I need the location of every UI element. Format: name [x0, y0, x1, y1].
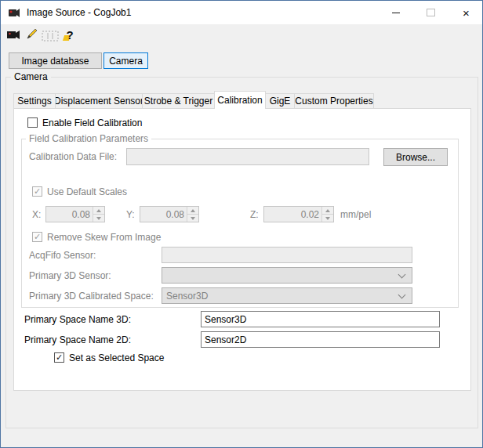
checkmark-icon: ✓ — [34, 187, 41, 196]
help-icon[interactable]: ? — [64, 27, 76, 42]
primary-space-name-3d-label: Primary Space Name 3D: — [24, 314, 131, 325]
z-scale-spin-buttons — [321, 207, 333, 222]
x-scale-input — [46, 207, 93, 222]
close-button[interactable]: × — [448, 1, 483, 24]
spin-down-icon — [93, 214, 104, 222]
help-icon-glyph: ? — [66, 28, 73, 42]
use-default-scales-checkbox: ✓ — [32, 186, 42, 197]
acqfifo-sensor-label: AcqFifo Sensor: — [29, 250, 96, 261]
tab-calibration[interactable]: Calibration — [214, 91, 266, 109]
close-icon: × — [463, 7, 470, 19]
camera-groupbox-label: Camera — [11, 71, 51, 82]
primary-3d-sensor-label: Primary 3D Sensor: — [29, 270, 111, 281]
remove-skew-label: Remove Skew From Image — [47, 232, 161, 243]
x-scale-label: X: — [32, 209, 41, 220]
enable-field-calibration-label[interactable]: Enable Field Calibration — [42, 117, 142, 128]
image-order-icon — [42, 31, 59, 42]
title-bar[interactable]: Image Source - CogJob1 × — [1, 1, 482, 24]
tab-settings[interactable]: Settings — [13, 93, 56, 109]
spin-down-icon — [187, 214, 198, 222]
maximize-button — [413, 1, 448, 24]
calibration-data-file-input — [126, 148, 369, 165]
use-default-scales-label: Use Default Scales — [47, 186, 127, 197]
z-scale-label: Z: — [250, 209, 259, 220]
primary-3d-calibrated-space-combo: Sensor3D — [162, 287, 412, 304]
image-source-dialog: Image Source - CogJob1 × ? Image databas… — [0, 0, 483, 448]
field-calibration-parameters-label: Field Calibration Parameters — [26, 133, 151, 144]
y-scale-label: Y: — [126, 209, 135, 220]
tab-strobe-trigger[interactable]: Strobe & Trigger — [142, 93, 215, 109]
y-scale-spinner — [140, 206, 199, 222]
spin-down-icon — [321, 214, 333, 222]
acqfifo-sensor-input — [162, 247, 412, 263]
checkmark-icon: ✓ — [56, 353, 63, 362]
primary-3d-sensor-combo — [162, 267, 412, 284]
spin-up-icon — [187, 207, 198, 214]
minimize-button[interactable] — [378, 1, 413, 24]
x-scale-spin-buttons — [93, 207, 104, 222]
enable-field-calibration-checkbox[interactable] — [27, 117, 38, 128]
primary-3d-calibrated-space-label: Primary 3D Calibrated Space: — [29, 291, 154, 302]
tab-displacement-sensor[interactable]: Displacement Sensor — [55, 93, 143, 109]
z-scale-spinner — [263, 206, 334, 222]
minimize-icon — [392, 13, 400, 13]
primary-space-name-2d-label: Primary Space Name 2D: — [24, 334, 131, 345]
scale-unit-label: mm/pel — [340, 209, 371, 220]
primary-3d-calibrated-space-value: Sensor3D — [166, 291, 208, 302]
z-scale-input — [264, 207, 321, 222]
x-scale-spinner — [45, 206, 105, 222]
image-database-button[interactable]: Image database — [9, 52, 102, 69]
spin-up-icon — [93, 207, 104, 214]
camera-button[interactable]: Camera — [104, 52, 148, 69]
tab-strip: Settings Displacement Sensor Strobe & Tr… — [13, 91, 374, 109]
window-title: Image Source - CogJob1 — [27, 7, 131, 18]
edit-acquisition-icon[interactable] — [24, 27, 38, 42]
y-scale-input — [140, 207, 187, 222]
tab-gige[interactable]: GigE — [265, 93, 295, 109]
spin-up-icon — [321, 207, 333, 214]
remove-skew-checkbox: ✓ — [32, 232, 42, 242]
app-icon — [8, 6, 20, 19]
maximize-icon — [427, 9, 435, 16]
tab-custom-properties[interactable]: Custom Properties — [294, 93, 374, 109]
browse-button[interactable]: Browse... — [383, 148, 448, 166]
acquire-image-icon[interactable] — [7, 29, 21, 42]
primary-space-name-3d-input[interactable] — [201, 311, 440, 327]
y-scale-spin-buttons — [187, 207, 198, 222]
set-as-selected-space-checkbox[interactable]: ✓ — [54, 352, 64, 363]
set-as-selected-space-label[interactable]: Set as Selected Space — [69, 352, 164, 363]
chevron-down-icon — [398, 271, 406, 279]
calibration-data-file-label: Calibration Data File: — [29, 151, 117, 162]
chevron-down-icon — [398, 291, 406, 299]
checkmark-icon: ✓ — [34, 233, 41, 241]
primary-space-name-2d-input[interactable] — [201, 331, 440, 348]
